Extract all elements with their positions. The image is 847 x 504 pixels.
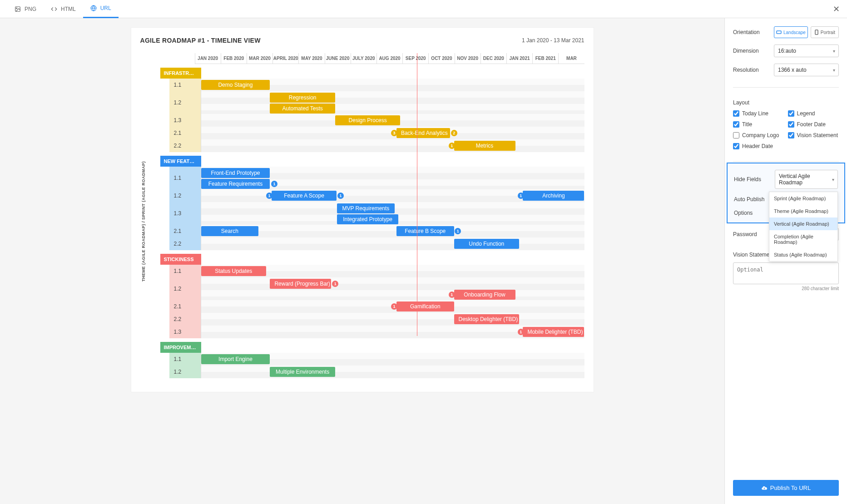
checkbox-input[interactable]: [733, 143, 739, 149]
roadmap-row: 1.3MVP RequirementsIntegrated Prototype: [147, 202, 584, 225]
checkbox-input[interactable]: [788, 121, 794, 128]
row-track: Undo Function: [201, 237, 584, 250]
row-track: Status Updates: [201, 265, 584, 277]
gantt-bar[interactable]: Feature A Scope: [272, 191, 337, 201]
gantt-bar[interactable]: Desktop Delighter (TBD): [454, 314, 519, 324]
tab-url[interactable]: URL: [83, 0, 119, 18]
portrait-icon: [814, 30, 819, 35]
char-limit-text: 280 character limit: [733, 286, 839, 291]
milestone-dot[interactable]: 1: [266, 193, 272, 199]
gantt-bar[interactable]: Status Updates: [201, 266, 266, 276]
gantt-bar[interactable]: MVP Requirements: [337, 203, 395, 213]
dimension-select[interactable]: 16:auto: [774, 44, 839, 57]
milestone-dot[interactable]: 1: [332, 281, 338, 287]
checkbox-input[interactable]: [733, 121, 739, 128]
resolution-select[interactable]: 1366 x auto: [774, 64, 839, 76]
gantt-bar[interactable]: Archiving: [523, 191, 584, 201]
layout-checkbox[interactable]: Footer Date: [788, 121, 839, 128]
gantt-bar[interactable]: Front-End Prototype: [201, 168, 270, 178]
dropdown-option[interactable]: Vertical (Agile Roadmap): [769, 217, 837, 230]
tab-html[interactable]: HTML: [44, 0, 83, 18]
layout-checkbox[interactable]: Today Line: [733, 110, 784, 117]
row-track: Demo Staging: [201, 79, 584, 91]
gantt-bar[interactable]: Import Engine: [201, 354, 270, 364]
gantt-bar[interactable]: Feature Requirements: [201, 179, 270, 189]
layout-checkbox[interactable]: Company Logo: [733, 132, 784, 138]
milestone-dot[interactable]: 1: [518, 329, 524, 335]
dropdown-option[interactable]: Status (Agile Roadmap): [769, 248, 837, 261]
row-track: Mobile Delighter (TBD)1: [201, 326, 584, 338]
layout-checkbox[interactable]: Header Date: [733, 143, 784, 149]
publish-button[interactable]: Publish To URL: [733, 480, 839, 496]
gantt-bar[interactable]: Reward (Progress Bar): [270, 279, 331, 289]
layout-checkbox[interactable]: Title: [733, 121, 784, 128]
gantt-bar[interactable]: Automated Tests: [270, 104, 335, 114]
gantt-bar[interactable]: Gamification: [396, 301, 454, 311]
milestone-dot[interactable]: 1: [518, 193, 524, 199]
milestone-dot[interactable]: 1: [449, 292, 455, 298]
row-track: Import Engine: [201, 353, 584, 366]
gantt-bar[interactable]: Mobile Delighter (TBD): [523, 327, 584, 337]
hide-fields-select[interactable]: Vertical Agile Roadmap: [775, 170, 838, 189]
milestone-dot[interactable]: 3: [391, 130, 397, 136]
gantt-bar[interactable]: Feature B Scope: [396, 226, 454, 236]
gantt-bar[interactable]: Multiple Environments: [270, 367, 335, 377]
tab-png[interactable]: PNG: [7, 0, 44, 18]
timeline-month: JULY 2020: [351, 53, 376, 64]
options-label: Options: [734, 210, 769, 216]
roadmap-row: 1.1Status Updates: [147, 265, 584, 277]
close-button[interactable]: ✕: [833, 4, 840, 14]
sprint-label: 1.1: [169, 353, 201, 366]
timeline-month: NOV 2020: [455, 53, 480, 64]
milestone-dot[interactable]: 1: [449, 143, 455, 149]
gantt-bar[interactable]: Undo Function: [454, 239, 519, 249]
sprint-label: 1.2: [169, 366, 201, 378]
checkbox-input[interactable]: [733, 132, 739, 138]
milestone-dot[interactable]: 1: [337, 193, 344, 199]
roadmap-row: 1.2Reward (Progress Bar)Onboarding Flow1…: [147, 277, 584, 300]
vision-textarea[interactable]: [733, 262, 839, 284]
timeline-month: JUNE 2020: [325, 53, 351, 64]
resolution-label: Resolution: [733, 67, 768, 73]
sprint-label: 1.3: [169, 114, 201, 127]
checkbox-label: Vision Statement: [797, 132, 838, 138]
dropdown-option[interactable]: Sprint (Agile Roadmap): [769, 192, 837, 205]
roadmap-row: 1.3Mobile Delighter (TBD)1: [147, 326, 584, 338]
toolbar-tabs: PNG HTML URL: [7, 0, 119, 18]
layout-checkbox[interactable]: Legend: [788, 110, 839, 117]
dropdown-option[interactable]: Theme (Agile Roadmap): [769, 205, 837, 217]
gantt-bar[interactable]: Demo Staging: [201, 80, 270, 90]
roadmap-row: 1.1Demo Staging: [147, 79, 584, 91]
roadmap-row: 1.1Import Engine: [147, 353, 584, 366]
gantt-bar[interactable]: Metrics: [454, 141, 515, 151]
gantt-bar[interactable]: Onboarding Flow: [454, 290, 515, 300]
hide-fields-highlight: Hide Fields Vertical Agile Roadmap Sprin…: [727, 163, 845, 223]
checkbox-input[interactable]: [733, 110, 739, 117]
portrait-button[interactable]: Portrait: [811, 26, 839, 38]
checkbox-input[interactable]: [788, 132, 794, 138]
roadmap-row: 1.1Front-End PrototypeFeature Requiremen…: [147, 167, 584, 189]
milestone-dot[interactable]: 2: [451, 130, 457, 136]
row-track: MVP RequirementsIntegrated Prototype: [201, 202, 584, 225]
layout-checkbox[interactable]: Vision Statement: [788, 132, 839, 138]
roadmap-row: 2.1Gamification1: [147, 300, 584, 313]
landscape-button[interactable]: Landscape: [774, 26, 808, 38]
milestone-dot[interactable]: 1: [391, 303, 397, 310]
gantt-bar[interactable]: Back-End Analytics: [396, 128, 450, 138]
sprint-label: 1.3: [169, 326, 201, 338]
row-track: Feature A ScopeArchiving111: [201, 189, 584, 202]
checkbox-input[interactable]: [788, 110, 794, 117]
checkbox-label: Legend: [797, 110, 815, 117]
timeline-month: SEP 2020: [402, 53, 428, 64]
gantt-bar[interactable]: Search: [201, 226, 259, 236]
gantt-bar[interactable]: Regression: [270, 93, 335, 103]
dropdown-option[interactable]: Completion (Agile Roadmap): [769, 230, 837, 248]
timeline-month: AUG 2020: [376, 53, 402, 64]
hide-fields-dropdown: Sprint (Agile Roadmap)Theme (Agile Roadm…: [769, 192, 838, 262]
gantt-bar[interactable]: Design Process: [335, 115, 400, 125]
gantt-bar[interactable]: Integrated Prototype: [337, 214, 398, 224]
milestone-dot[interactable]: 1: [271, 181, 277, 187]
tab-label: HTML: [61, 6, 76, 12]
milestone-dot[interactable]: 1: [455, 228, 461, 234]
tab-label: URL: [100, 5, 111, 11]
